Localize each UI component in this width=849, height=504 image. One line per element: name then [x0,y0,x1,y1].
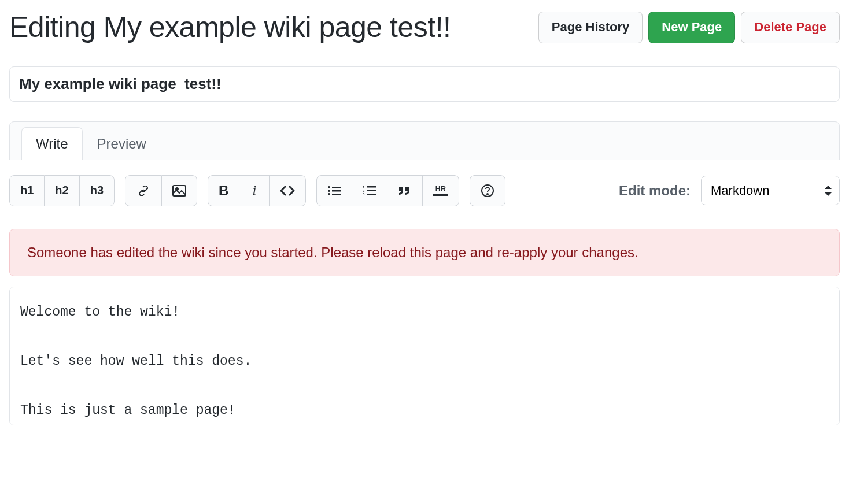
svg-rect-3 [332,187,341,188]
header-actions: Page History New Page Delete Page [538,12,840,43]
svg-point-6 [328,193,330,195]
help-icon [481,184,494,198]
help-button[interactable] [470,175,505,206]
heading-3-button[interactable]: h3 [80,175,115,206]
page-title-input[interactable] [9,66,840,102]
edit-mode-label: Edit mode: [619,183,691,199]
tab-write[interactable]: Write [21,127,83,160]
bold-button[interactable]: B [208,175,239,206]
edit-mode-select[interactable]: Markdown [701,176,840,205]
svg-point-4 [328,190,330,192]
code-button[interactable] [270,175,306,206]
svg-rect-0 [173,186,186,196]
svg-rect-11 [367,190,376,191]
svg-point-15 [487,194,488,195]
conflict-alert: Someone has edited the wiki since you st… [9,229,840,276]
horizontal-rule-button[interactable]: HR [423,175,459,206]
tab-preview[interactable]: Preview [83,127,161,160]
ordered-list-button[interactable]: 1 2 3 [352,175,387,206]
content-textarea[interactable] [9,287,840,425]
image-icon [172,185,186,197]
editor-toolbar: h1 h2 h3 B i [9,175,840,217]
italic-button[interactable]: i [239,175,270,206]
svg-rect-9 [367,186,376,188]
svg-rect-13 [367,194,376,195]
new-page-button[interactable]: New Page [648,12,735,43]
link-icon [136,186,151,196]
page-history-button[interactable]: Page History [538,12,643,43]
image-button[interactable] [162,175,197,206]
code-icon [280,186,295,196]
svg-text:3: 3 [363,192,365,196]
heading-2-button[interactable]: h2 [45,175,79,206]
blockquote-button[interactable] [387,175,423,206]
svg-point-2 [328,186,330,188]
unordered-list-button[interactable] [316,175,352,206]
ordered-list-icon: 1 2 3 [363,186,376,196]
svg-rect-7 [332,194,341,195]
editor-tabs: Write Preview [9,121,840,160]
quote-icon [398,186,412,196]
hr-icon: HR [433,185,448,196]
unordered-list-icon [327,186,341,196]
heading-1-button[interactable]: h1 [9,175,45,206]
delete-page-button[interactable]: Delete Page [741,12,840,43]
link-button[interactable] [125,175,162,206]
svg-rect-5 [332,190,341,192]
page-title: Editing My example wiki page test!! [9,9,451,46]
